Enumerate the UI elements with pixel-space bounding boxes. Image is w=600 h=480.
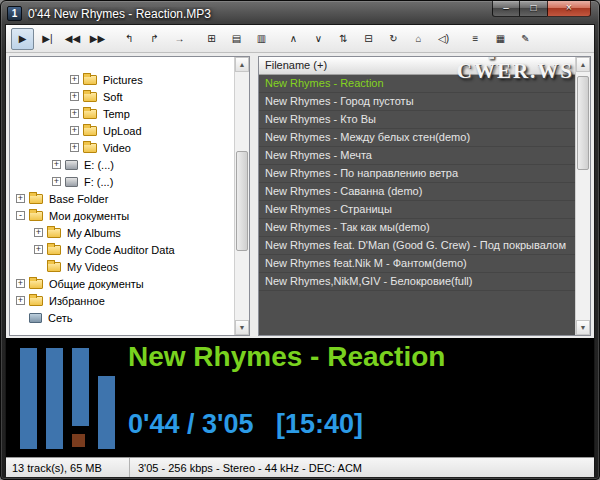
tree-item[interactable]: +Video bbox=[10, 139, 234, 156]
file-list-item[interactable]: New Rhymes - Город пустоты bbox=[259, 93, 575, 111]
tree-item[interactable]: -Мои документы bbox=[10, 207, 234, 224]
tree-item[interactable]: +My Albums bbox=[10, 224, 234, 241]
open-folder-button[interactable]: ↱ bbox=[143, 28, 166, 50]
scroll-down-arrow-icon[interactable]: ▼ bbox=[235, 320, 249, 335]
expand-toggle-icon[interactable]: + bbox=[34, 228, 43, 237]
refresh-button[interactable]: ↻ bbox=[382, 28, 405, 50]
spectrum-bar bbox=[98, 376, 115, 449]
expand-toggle-icon[interactable]: + bbox=[70, 109, 79, 118]
toggle-tree-panel-button[interactable]: ▤ bbox=[225, 28, 248, 50]
tree-item-label: Temp bbox=[101, 108, 132, 120]
toolbar: ▶▶|◀◀▶▶↰↱→⊞▤▥∧∨⇅⊟↻⌂◁)≡▦✎ bbox=[6, 25, 594, 53]
scroll-up-arrow-icon[interactable]: ▲ bbox=[235, 57, 249, 72]
previous-track-button[interactable]: ◀◀ bbox=[61, 28, 84, 50]
scroll-up-button[interactable]: ∧ bbox=[282, 28, 305, 50]
file-list-item[interactable]: New Rhymes - По направлению ветра bbox=[259, 165, 575, 183]
scroll-down-button[interactable]: ∨ bbox=[307, 28, 330, 50]
file-list-item[interactable]: New Rhymes - Кто Вы bbox=[259, 111, 575, 129]
toolbar-separator bbox=[456, 29, 463, 49]
sort-button[interactable]: ⇅ bbox=[332, 28, 355, 50]
pause-button[interactable]: ▶| bbox=[36, 28, 59, 50]
folder-tree: +Pictures+Soft+Temp+UpLoad+Video+E: (...… bbox=[10, 57, 234, 335]
tree-item[interactable]: +My Code Auditor Data bbox=[10, 241, 234, 258]
tree-item-label: Мои документы bbox=[47, 210, 131, 222]
minimize-display-button[interactable]: ⊟ bbox=[357, 28, 380, 50]
toolbar-separator bbox=[192, 29, 199, 49]
spectrum-bars bbox=[12, 338, 127, 457]
tree-item[interactable]: My Videos bbox=[10, 258, 234, 275]
tree-item-label: Pictures bbox=[101, 74, 145, 86]
tree-item[interactable]: Сеть bbox=[10, 309, 234, 326]
volume-button[interactable]: ◁) bbox=[432, 28, 455, 50]
folder-icon bbox=[29, 211, 43, 221]
add-files-button[interactable]: ⊞ bbox=[200, 28, 223, 50]
tree-item[interactable]: +UpLoad bbox=[10, 122, 234, 139]
expand-toggle-icon[interactable]: + bbox=[34, 245, 43, 254]
play-button[interactable]: ▶ bbox=[11, 28, 34, 50]
file-list-item[interactable]: New Rhymes - Так как мы(demo) bbox=[259, 219, 575, 237]
playlist-info-button[interactable]: ≡ bbox=[464, 28, 487, 50]
file-list-item[interactable]: New Rhymes - Саванна (demo) bbox=[259, 183, 575, 201]
file-list-item[interactable]: New Rhymes feat. D'Man (Good G. Crew) - … bbox=[259, 237, 575, 255]
file-list-item[interactable]: New Rhymes - Между белых стен(demo) bbox=[259, 129, 575, 147]
watermark-text: CWER.WS bbox=[457, 59, 574, 83]
parent-folder-button[interactable]: ↰ bbox=[118, 28, 141, 50]
tree-item[interactable]: +Общие документы bbox=[10, 275, 234, 292]
file-list-item[interactable]: New Rhymes - Страницы bbox=[259, 201, 575, 219]
folder-tree-panel: +Pictures+Soft+Temp+UpLoad+Video+E: (...… bbox=[9, 56, 250, 336]
status-track-format: 3'05 - 256 kbps - Stereo - 44 kHz - DEC:… bbox=[130, 462, 362, 474]
main-area: +Pictures+Soft+Temp+UpLoad+Video+E: (...… bbox=[6, 53, 594, 338]
tree-item[interactable]: +F: (...) bbox=[10, 173, 234, 190]
scroll-down-arrow-icon[interactable]: ▼ bbox=[576, 320, 590, 335]
file-list-item[interactable]: New Rhymes,NikM,GIV - Белокровие(full) bbox=[259, 273, 575, 291]
close-button[interactable]: × bbox=[547, 1, 591, 17]
minimize-button[interactable]: – bbox=[492, 1, 520, 17]
folder-icon bbox=[83, 92, 97, 102]
move-file-button[interactable]: → bbox=[168, 28, 191, 50]
folder-icon bbox=[29, 279, 43, 289]
file-list-item[interactable]: New Rhymes feat.Nik M - Фантом(demo) bbox=[259, 255, 575, 273]
tree-item[interactable]: +Избранное bbox=[10, 292, 234, 309]
tree-item[interactable]: +Soft bbox=[10, 88, 234, 105]
folder-icon bbox=[29, 194, 43, 204]
window-controls: – □ × bbox=[492, 1, 591, 17]
maximize-button[interactable]: □ bbox=[520, 1, 547, 17]
next-track-button[interactable]: ▶▶ bbox=[86, 28, 109, 50]
file-list-scrollbar-track[interactable] bbox=[576, 72, 590, 320]
file-list-scrollbar[interactable]: ▲ ▼ bbox=[575, 57, 590, 335]
tree-item[interactable]: +Pictures bbox=[10, 71, 234, 88]
tree-item-label: My Code Auditor Data bbox=[65, 244, 177, 256]
tree-item-label: My Videos bbox=[65, 261, 120, 273]
drive-icon bbox=[65, 177, 78, 187]
expand-toggle-icon[interactable]: + bbox=[16, 279, 25, 288]
collapse-toggle-icon[interactable]: - bbox=[16, 211, 25, 220]
edit-tags-button[interactable]: ✎ bbox=[514, 28, 537, 50]
toggle-split-view-button[interactable]: ▥ bbox=[250, 28, 273, 50]
expand-toggle-icon[interactable]: + bbox=[70, 143, 79, 152]
tree-item[interactable]: +E: (...) bbox=[10, 156, 234, 173]
expand-toggle-icon[interactable]: + bbox=[70, 92, 79, 101]
file-list-panel: Filename (+) New Rhymes - ReactionNew Rh… bbox=[258, 56, 591, 336]
crown-icon: ♛ bbox=[487, 56, 497, 62]
tree-item[interactable]: +Temp bbox=[10, 105, 234, 122]
expand-toggle-icon[interactable]: + bbox=[52, 160, 61, 169]
tree-scrollbar[interactable]: ▲ ▼ bbox=[234, 57, 249, 335]
expand-toggle-icon[interactable]: + bbox=[70, 126, 79, 135]
home-folder-button[interactable]: ⌂ bbox=[407, 28, 430, 50]
file-list-item[interactable]: New Rhymes - Мечта bbox=[259, 147, 575, 165]
scroll-up-arrow-icon[interactable]: ▲ bbox=[576, 57, 590, 72]
expand-toggle-icon[interactable]: + bbox=[70, 75, 79, 84]
titlebar[interactable]: 1 0'44 New Rhymes - Reaction.MP3 – □ × bbox=[1, 1, 599, 24]
file-list-scrollbar-thumb[interactable] bbox=[577, 76, 589, 170]
tree-scrollbar-thumb[interactable] bbox=[236, 151, 248, 250]
hotkeys-button[interactable]: ▦ bbox=[489, 28, 512, 50]
tree-item-label: Video bbox=[101, 142, 133, 154]
tree-item[interactable]: +Base Folder bbox=[10, 190, 234, 207]
tree-item-label: Soft bbox=[101, 91, 125, 103]
expand-toggle-icon[interactable]: + bbox=[52, 177, 61, 186]
panel-splitter[interactable] bbox=[250, 56, 258, 336]
expand-toggle-icon[interactable]: + bbox=[16, 194, 25, 203]
expand-toggle-icon[interactable]: + bbox=[16, 296, 25, 305]
folder-icon bbox=[83, 75, 97, 85]
tree-scrollbar-track[interactable] bbox=[235, 72, 249, 320]
